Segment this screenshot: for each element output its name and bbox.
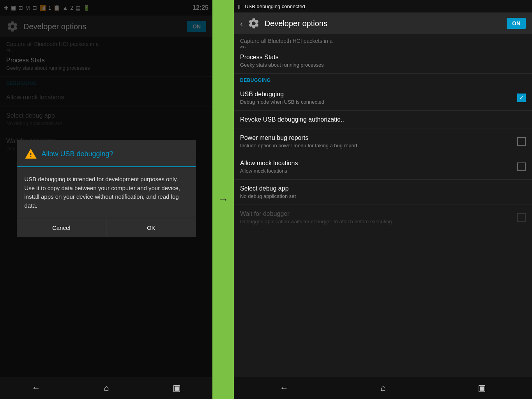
select-debug-app-title-right: Select debug app: [240, 185, 526, 192]
usb-notif-icon: |||: [238, 4, 242, 9]
dialog-title-text: Allow USB debugging?: [42, 150, 113, 158]
dialog-body: USB debugging is intended for developmen…: [17, 167, 196, 218]
usb-debugging-title: USB debugging: [240, 91, 517, 98]
recent-button-left[interactable]: ▣: [165, 380, 189, 396]
mock-locations-checkbox[interactable]: [517, 162, 526, 171]
power-menu-subtitle: Include option in power menu for taking …: [240, 143, 517, 148]
dialog-cancel-button[interactable]: Cancel: [17, 218, 107, 237]
process-stats-text-right: Process Stats Geeky stats about running …: [240, 54, 526, 68]
wait-for-debugger-checkbox: [517, 213, 526, 222]
notification-bar: ||| USB debugging connected: [234, 0, 532, 12]
dialog-title-row: Allow USB debugging?: [17, 140, 196, 167]
mock-locations-text-right: Allow mock locations Allow mock location…: [240, 160, 517, 174]
app-title-right: Developer options: [265, 19, 502, 28]
process-stats-title-right: Process Stats: [240, 54, 526, 61]
process-stats-item-right[interactable]: Process Stats Geeky stats about running …: [234, 48, 532, 74]
usb-debugging-item[interactable]: USB debugging Debug mode when USB is con…: [234, 85, 532, 111]
settings-content-right: Capture all Bluetooth HCI packets in a f…: [234, 34, 532, 377]
wait-for-debugger-item-right: Wait for debugger Debugged application w…: [234, 205, 532, 230]
checkbox-check-icon: ✓: [519, 95, 524, 101]
green-divider: →: [212, 0, 234, 399]
home-button-right[interactable]: ⌂: [373, 380, 393, 396]
mock-locations-subtitle-right: Allow mock locations: [240, 168, 517, 174]
power-menu-checkbox[interactable]: [517, 137, 526, 146]
select-debug-app-item-right[interactable]: Select debug app No debug application se…: [234, 180, 532, 205]
mock-locations-title-right: Allow mock locations: [240, 160, 517, 167]
mock-locations-item-right[interactable]: Allow mock locations Allow mock location…: [234, 154, 532, 180]
power-menu-title: Power menu bug reports: [240, 134, 517, 141]
usb-notif-text: USB debugging connected: [245, 4, 305, 9]
revoke-usb-title: Revoke USB debugging authorizatio..: [240, 116, 526, 123]
dialog-buttons: Cancel OK: [17, 218, 196, 237]
revoke-usb-text: Revoke USB debugging authorizatio..: [240, 116, 526, 123]
wait-for-debugger-subtitle-right: Debugged application waits for debugger …: [240, 219, 517, 224]
on-toggle-right[interactable]: ON: [507, 18, 526, 29]
dialog-ok-button[interactable]: OK: [106, 218, 196, 237]
wait-for-debugger-title-right: Wait for debugger: [240, 210, 517, 217]
gear-icon-right: [247, 17, 260, 30]
usb-debugging-checkbox[interactable]: ✓: [517, 94, 526, 102]
back-button-right[interactable]: ←: [272, 380, 296, 396]
dialog-warning-icon: [25, 148, 37, 160]
blur-top-right: Capture all Bluetooth HCI packets in a f…: [234, 34, 532, 48]
left-panel: ✚ ▣ ⊡ M ⊟ 📶 1 📋 ▲ 2 ▤ 🔋 12:25 Developer …: [0, 0, 212, 399]
back-button-left[interactable]: ←: [24, 380, 48, 396]
process-stats-subtitle-right: Geeky stats about running processes: [240, 62, 526, 68]
usb-debugging-subtitle: Debug mode when USB is connected: [240, 99, 517, 105]
recent-button-right[interactable]: ▣: [470, 380, 494, 396]
select-debug-app-subtitle-right: No debug application set: [240, 193, 526, 199]
dialog-overlay: Allow USB debugging? USB debugging is in…: [0, 0, 212, 377]
select-debug-app-text-right: Select debug app No debug application se…: [240, 185, 526, 199]
back-chevron-icon[interactable]: ‹: [240, 19, 243, 28]
bottom-nav-left: ← ⌂ ▣: [0, 377, 212, 399]
wait-for-debugger-text-right: Wait for debugger Debugged application w…: [240, 210, 517, 224]
revoke-usb-item[interactable]: Revoke USB debugging authorizatio..: [234, 111, 532, 129]
usb-debug-dialog: Allow USB debugging? USB debugging is in…: [17, 140, 196, 237]
app-header-right: ‹ Developer options ON: [234, 12, 532, 34]
power-menu-item[interactable]: Power menu bug reports Include option in…: [234, 129, 532, 154]
arrow-right-icon: →: [218, 193, 229, 206]
right-panel: ||| USB debugging connected ‹ Developer …: [234, 0, 532, 399]
debugging-section-right: DEBUGGING: [234, 74, 532, 85]
usb-debugging-text: USB debugging Debug mode when USB is con…: [240, 91, 517, 105]
home-button-left[interactable]: ⌂: [96, 380, 117, 396]
bottom-nav-right: ← ⌂ ▣: [234, 377, 532, 399]
power-menu-text: Power menu bug reports Include option in…: [240, 134, 517, 148]
